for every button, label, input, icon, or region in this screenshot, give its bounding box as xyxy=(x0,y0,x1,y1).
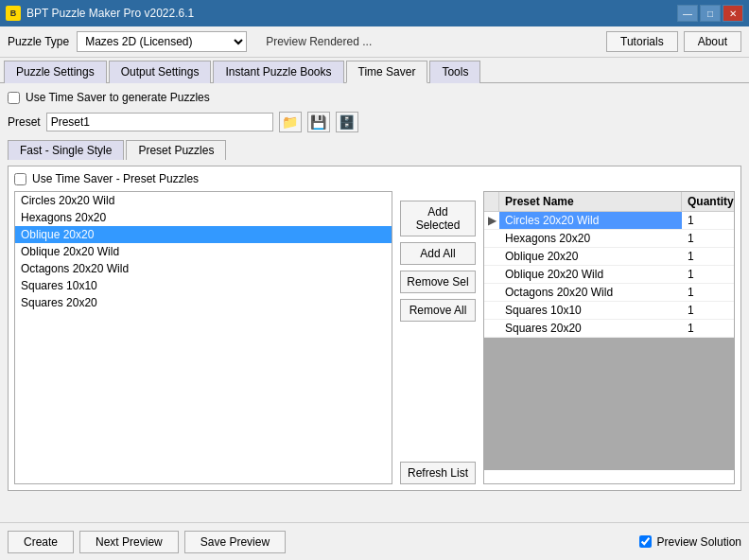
inner-tab-fast-single[interactable]: Fast - Single Style xyxy=(8,140,124,160)
title-bar-left: B BPT Puzzle Maker Pro v2022.6.1 xyxy=(6,6,194,21)
maximize-button[interactable]: □ xyxy=(700,5,721,22)
remove-all-button[interactable]: Remove All xyxy=(400,299,476,322)
table-row[interactable]: Squares 10x10 1 xyxy=(484,302,734,320)
table-row[interactable]: ▶ Circles 20x20 Wild 1 xyxy=(484,212,734,230)
save-as-icon: 🗄️ xyxy=(339,114,355,130)
row-name: Hexagons 20x20 xyxy=(499,230,682,247)
list-item[interactable]: Circles 20x20 Wild xyxy=(15,192,392,209)
preset-input[interactable] xyxy=(46,113,273,131)
add-selected-button[interactable]: Add Selected xyxy=(400,201,476,236)
list-item-selected[interactable]: Oblique 20x20 xyxy=(15,226,392,243)
inner-tabs: Fast - Single Style Preset Puzzles xyxy=(8,140,741,160)
row-qty: 1 xyxy=(682,320,734,337)
footer-right: Preview Solution xyxy=(639,535,741,549)
middle-buttons: Add Selected Add All Remove Sel Remove A… xyxy=(400,191,476,484)
refresh-list-button[interactable]: Refresh List xyxy=(400,462,476,484)
tutorials-button[interactable]: Tutorials xyxy=(606,31,678,52)
time-saver-checkbox-row: Use Time Saver to generate Puzzles xyxy=(8,91,741,104)
row-qty: 1 xyxy=(682,284,734,301)
save-as-icon-btn[interactable]: 🗄️ xyxy=(336,112,358,132)
preset-table-panel: Preset Name Quantity ▶ Circles 20x20 Wil… xyxy=(483,191,735,484)
row-name: Squares 20x20 xyxy=(499,320,682,337)
main-tabs: Puzzle Settings Output Settings Instant … xyxy=(0,58,749,83)
tab-tools[interactable]: Tools xyxy=(429,61,480,83)
window-controls: — □ ✕ xyxy=(677,5,743,22)
row-name: Oblique 20x20 xyxy=(499,248,682,265)
footer-left: Create Next Preview Save Preview xyxy=(8,531,286,553)
row-qty: 1 xyxy=(682,230,734,247)
th-arrow xyxy=(484,192,499,211)
folder-icon: 📁 xyxy=(282,114,298,130)
preset-puzzles-section: Use Time Saver - Preset Puzzles Circles … xyxy=(8,166,741,491)
preview-solution-label: Preview Solution xyxy=(657,535,741,549)
preset-puzzles-checkbox[interactable] xyxy=(14,173,26,185)
list-item[interactable]: Oblique 20x20 Wild xyxy=(15,243,392,260)
preset-row: Preset 📁 💾 🗄️ xyxy=(8,112,741,132)
toolbar-right: Tutorials About xyxy=(606,31,741,52)
preset-puzzles-label: Use Time Saver - Preset Puzzles xyxy=(32,172,199,185)
th-preset-name: Preset Name xyxy=(499,192,682,211)
list-item[interactable]: Hexagons 20x20 xyxy=(15,209,392,226)
two-column-layout: Circles 20x20 Wild Hexagons 20x20 Obliqu… xyxy=(14,191,735,484)
preview-status: Preview Rendered ... xyxy=(266,35,372,48)
row-arrow xyxy=(484,308,499,312)
toolbar: Puzzle Type Mazes 2D (Licensed) Preview … xyxy=(0,26,749,58)
row-name: Squares 10x10 xyxy=(499,302,682,319)
app-title: BPT Puzzle Maker Pro v2022.6.1 xyxy=(26,7,194,20)
bottom-footer: Create Next Preview Save Preview Preview… xyxy=(0,522,749,560)
row-arrow xyxy=(484,290,499,294)
table-header: Preset Name Quantity xyxy=(484,192,734,212)
save-icon: 💾 xyxy=(310,114,326,130)
table-row[interactable]: Oblique 20x20 Wild 1 xyxy=(484,266,734,284)
folder-icon-btn[interactable]: 📁 xyxy=(279,112,302,132)
row-qty: 1 xyxy=(682,212,734,229)
puzzle-type-select[interactable]: Mazes 2D (Licensed) xyxy=(77,31,247,52)
tab-instant-puzzle-books[interactable]: Instant Puzzle Books xyxy=(213,61,343,83)
app-icon: B xyxy=(6,6,21,21)
time-saver-label: Use Time Saver to generate Puzzles xyxy=(26,91,210,104)
about-button[interactable]: About xyxy=(684,31,741,52)
row-arrow xyxy=(484,236,499,240)
minimize-button[interactable]: — xyxy=(677,5,698,22)
table-row[interactable]: Oblique 20x20 1 xyxy=(484,248,734,266)
next-preview-button[interactable]: Next Preview xyxy=(79,531,179,553)
table-row[interactable]: Hexagons 20x20 1 xyxy=(484,230,734,248)
close-button[interactable]: ✕ xyxy=(723,5,743,22)
list-item[interactable]: Squares 20x20 xyxy=(15,294,392,311)
preview-solution-checkbox[interactable] xyxy=(639,535,652,548)
row-arrow xyxy=(484,326,499,330)
time-saver-checkbox[interactable] xyxy=(8,92,20,104)
puzzle-list-panel[interactable]: Circles 20x20 Wild Hexagons 20x20 Obliqu… xyxy=(14,191,392,484)
create-button[interactable]: Create xyxy=(8,531,74,553)
row-name: Octagons 20x20 Wild xyxy=(499,284,682,301)
list-item[interactable]: Octagons 20x20 Wild xyxy=(15,260,392,277)
table-rows: ▶ Circles 20x20 Wild 1 Hexagons 20x20 1 xyxy=(484,212,734,470)
row-qty: 1 xyxy=(682,266,734,283)
row-arrow xyxy=(484,254,499,258)
inner-tab-preset-puzzles[interactable]: Preset Puzzles xyxy=(126,140,226,160)
row-arrow: ▶ xyxy=(484,212,499,229)
row-qty: 1 xyxy=(682,302,734,319)
table-row[interactable]: Squares 20x20 1 xyxy=(484,320,734,338)
table-gray-fill xyxy=(484,338,734,470)
list-item[interactable]: Squares 10x10 xyxy=(15,277,392,294)
add-all-button[interactable]: Add All xyxy=(400,242,476,265)
tab-puzzle-settings[interactable]: Puzzle Settings xyxy=(4,61,107,83)
th-quantity: Quantity xyxy=(682,192,734,211)
tab-output-settings[interactable]: Output Settings xyxy=(109,61,212,83)
save-icon-btn[interactable]: 💾 xyxy=(307,112,330,132)
puzzle-type-label: Puzzle Type xyxy=(8,35,69,48)
row-arrow xyxy=(484,272,499,276)
row-name: Circles 20x20 Wild xyxy=(499,212,682,229)
toolbar-left: Puzzle Type Mazes 2D (Licensed) Preview … xyxy=(8,31,372,52)
save-preview-button[interactable]: Save Preview xyxy=(184,531,286,553)
row-qty: 1 xyxy=(682,248,734,265)
main-content: Use Time Saver to generate Puzzles Prese… xyxy=(0,83,749,504)
remove-sel-button[interactable]: Remove Sel xyxy=(400,271,476,293)
table-row[interactable]: Octagons 20x20 Wild 1 xyxy=(484,284,734,302)
preset-puzzles-checkbox-row: Use Time Saver - Preset Puzzles xyxy=(14,172,735,185)
row-name: Oblique 20x20 Wild xyxy=(499,266,682,283)
title-bar: B BPT Puzzle Maker Pro v2022.6.1 — □ ✕ xyxy=(0,0,749,26)
preset-label: Preset xyxy=(8,115,41,129)
tab-time-saver[interactable]: Time Saver xyxy=(346,61,428,83)
